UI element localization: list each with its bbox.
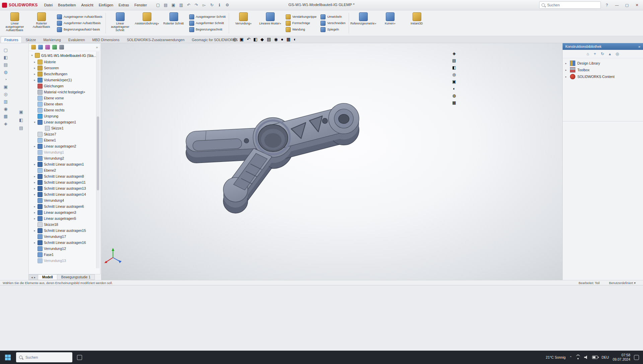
ribbon-tab[interactable]: Evaluieren [65, 36, 89, 43]
add-to-library-icon[interactable]: + [594, 52, 596, 56]
edit-appearance-icon[interactable]: ● [281, 37, 283, 42]
zoom-area-icon[interactable]: ▣ [239, 37, 243, 42]
folder-icon[interactable] [157, 353, 165, 362]
expand-caret-icon[interactable]: ▸ [33, 217, 36, 220]
feature-tree-item[interactable]: Ursprung [33, 113, 100, 119]
language-indicator[interactable]: DEU [601, 355, 609, 359]
menu-item[interactable]: Extras [116, 2, 131, 8]
menu-item[interactable]: Ansicht [79, 2, 96, 8]
units-selector[interactable]: Benutzerdefiniert▾ [609, 281, 636, 285]
feature-tree-item[interactable]: ▸ Sensoren [33, 65, 100, 71]
volume-icon[interactable] [584, 355, 588, 359]
expand-caret-icon[interactable]: ▸ [33, 241, 36, 244]
word-icon[interactable] [204, 353, 212, 362]
left-toolbar-icon[interactable]: ▦ [4, 114, 8, 119]
expand-caret-icon[interactable]: ▸ [33, 187, 36, 190]
feature-tree-item[interactable]: Verrundung12 [33, 246, 100, 252]
left-toolbar-icon[interactable]: ▥ [4, 99, 8, 104]
menu-item[interactable]: Einfügen [96, 2, 116, 8]
feature-tree-item[interactable]: Skizze7 [33, 131, 100, 137]
configuration-manager-tab[interactable] [45, 45, 50, 50]
feature-tree-scrollbar[interactable] [96, 52, 99, 268]
expand-caret-icon[interactable]: ▸ [33, 229, 36, 232]
expand-caret-icon[interactable]: ▸ [33, 145, 36, 148]
feature-tree-item[interactable]: Gleichungen [33, 83, 100, 89]
photos-icon[interactable] [251, 353, 259, 362]
feature-tree-item[interactable]: Fase1 [33, 252, 100, 258]
view-settings-icon[interactable]: ◐ [294, 37, 296, 42]
left-toolbar-icon[interactable]: ▢ [4, 48, 8, 53]
viewport-toolbar-icon[interactable]: ◈ [452, 51, 455, 56]
refresh-icon[interactable]: ↻ [601, 52, 604, 56]
taskbar-search[interactable] [16, 352, 72, 362]
sharepoint-icon[interactable] [239, 353, 247, 362]
expand-caret-icon[interactable]: ▸ [33, 211, 36, 214]
ribbon-command[interactable]: Ausgeformter Schnitt [189, 21, 226, 26]
viewport-toolbar-icon[interactable]: ◎ [452, 72, 456, 77]
ribbon-command[interactable]: Verschneiden [320, 21, 346, 26]
youtube-icon[interactable] [286, 353, 294, 362]
left-toolbar-icon[interactable]: ◎ [4, 92, 7, 97]
ribbon-command[interactable]: Spiegeln [320, 27, 346, 32]
feature-tree-item[interactable]: ▸ Linear ausgetragen5 [33, 215, 100, 221]
menu-item[interactable]: Bearbeiten [56, 2, 78, 8]
start-button[interactable] [1, 351, 14, 364]
battery-icon[interactable] [592, 356, 598, 359]
feature-tree-item[interactable]: ▸ Linear ausgetragen3 [33, 209, 100, 215]
onenote-icon[interactable] [215, 353, 224, 362]
rebuild-icon[interactable]: ↻ [209, 2, 215, 8]
minimize-button[interactable]: — [613, 2, 621, 8]
ribbon-command[interactable]: Ausgeformter Aufsatz/Basis [57, 21, 102, 26]
weather-widget[interactable]: 21°C Sonnig [546, 355, 566, 359]
expand-caret-icon[interactable]: ▸ [33, 163, 36, 166]
revolved-boss-button[interactable]: Rotierter Aufsatz/Basis [28, 11, 55, 35]
ribbon-command[interactable]: Begrenzungsschnitt [189, 27, 226, 32]
section-view-icon[interactable]: ◧ [254, 37, 258, 42]
left-toolbar-icon[interactable]: ◧ [4, 55, 8, 60]
print-icon[interactable]: ▥ [178, 2, 185, 8]
left-toolbar-icon[interactable]: ◧ [19, 117, 23, 122]
feature-tree-item[interactable]: Verrundung2 [33, 155, 100, 161]
ribbon-command[interactable]: Umwickeln [320, 14, 346, 19]
feature-tree-item[interactable]: Verrundung13 [33, 258, 100, 264]
library-tree-item[interactable]: ▸ SOLIDWORKS Content [565, 74, 640, 79]
settings-icon[interactable] [168, 353, 177, 362]
excel-icon[interactable] [192, 353, 201, 362]
menu-item[interactable]: Fenster [132, 2, 149, 8]
feature-tree-item[interactable]: Skizze1 [33, 125, 100, 131]
expand-caret-icon[interactable]: ▾ [33, 121, 36, 124]
redo-icon[interactable]: ↷ [193, 2, 200, 8]
scrollbar-thumb[interactable] [97, 116, 99, 190]
expand-caret-icon[interactable]: ▸ [565, 62, 568, 65]
model-tab[interactable]: Modell [38, 274, 57, 280]
expand-caret-icon[interactable]: ▸ [565, 75, 568, 78]
ribbon-command[interactable]: Formschräge [286, 21, 317, 26]
left-toolbar-icon[interactable]: ◈ [4, 121, 7, 126]
expand-caret-icon[interactable]: ▸ [33, 61, 36, 64]
motion-study-tab[interactable]: Bewegungsstudie 1 [57, 274, 95, 280]
expand-caret-icon[interactable]: ▸ [33, 79, 36, 82]
feature-tree-item[interactable]: Ebene rechts [33, 107, 100, 113]
feature-tree-item[interactable]: ▸ Schnitt Linear austragen13 [33, 185, 100, 191]
ribbon-tab[interactable]: SOLIDWORKS-Zusatzanwendungen [123, 36, 188, 43]
display-style-icon[interactable]: ▤ [267, 37, 271, 42]
viewport-toolbar-icon[interactable]: ◐ [453, 86, 455, 91]
feature-tree-item[interactable]: Verrundung4 [33, 197, 100, 203]
view-orientation-icon[interactable]: ◆ [261, 37, 264, 42]
viewport-toolbar-icon[interactable]: ◍ [452, 93, 456, 98]
feature-tree-item[interactable]: Ebene1 [33, 137, 100, 143]
viewport-toolbar-icon[interactable]: ▤ [452, 58, 456, 63]
expand-caret-icon[interactable]: ▾ [30, 54, 33, 57]
telegram-icon[interactable] [309, 353, 318, 362]
ribbon-command[interactable]: Wandung [286, 27, 317, 32]
flyout-arrow-icon[interactable]: » [96, 46, 98, 49]
left-toolbar-icon[interactable]: ▣ [19, 109, 23, 114]
options-icon[interactable]: ⚙ [224, 2, 231, 8]
ribbon-command[interactable]: Begrenzungsaufsatz/-basis [57, 27, 102, 32]
home-icon[interactable]: ⌂ [587, 52, 589, 56]
search-icon[interactable]: ◎ [616, 52, 619, 56]
collapse-pane-icon[interactable]: » [638, 44, 640, 49]
feature-tree-item[interactable]: ▸ Schnitt Linear austragen15 [33, 227, 100, 234]
feature-tree-item[interactable]: ▸ Schnitt Linear austragen6 [33, 203, 100, 209]
dimxpert-manager-tab[interactable] [52, 45, 57, 50]
